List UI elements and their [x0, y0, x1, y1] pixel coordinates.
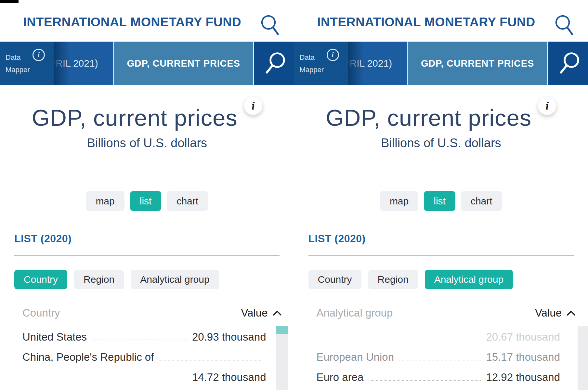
- nav-active-tab[interactable]: GDP, CURRENT PRICES: [114, 42, 253, 85]
- datamapper-panel-right: INTERNATIONAL MONETARY FUND Data Mapper …: [294, 0, 588, 390]
- nav-search-button[interactable]: [548, 42, 588, 85]
- list-scrollbar[interactable]: [276, 326, 288, 390]
- page-title-row: GDP, current prices i: [294, 97, 588, 129]
- row-label: Euro area: [317, 371, 364, 384]
- info-icon: i: [252, 100, 255, 112]
- filter-region-button[interactable]: Region: [368, 270, 418, 289]
- nav-app-home[interactable]: Data Mapper i: [0, 42, 54, 85]
- row-value: 20.93 thousand: [192, 331, 266, 343]
- search-icon: [262, 50, 286, 76]
- table-row[interactable]: 20.67 thousand: [317, 327, 560, 347]
- list-section-heading: LIST (2020): [308, 233, 366, 245]
- filter-analytical-group-button[interactable]: Analytical group: [425, 270, 513, 289]
- page-info-button[interactable]: i: [244, 97, 262, 115]
- imf-brand-title[interactable]: INTERNATIONAL MONETARY FUND: [23, 15, 241, 29]
- row-value: 12.92 thousand: [486, 371, 560, 384]
- side-by-side-panels: INTERNATIONAL MONETARY FUND Data Mapper …: [0, 0, 588, 390]
- value-column-header[interactable]: Value: [241, 307, 282, 319]
- list-section-heading: LIST (2020): [14, 233, 72, 245]
- label-column-header: Country: [22, 307, 60, 319]
- filter-country-button[interactable]: Country: [308, 270, 361, 289]
- label-column-header: Analytical group: [317, 307, 393, 319]
- table-row[interactable]: Euro area 12.92 thousand: [317, 367, 560, 387]
- table-header: Country Value: [22, 307, 282, 319]
- imf-brand-title[interactable]: INTERNATIONAL MONETARY FUND: [317, 15, 535, 29]
- page-info-button[interactable]: i: [538, 97, 556, 115]
- sort-ascending-icon: [273, 310, 282, 316]
- page-subtitle: Billions of U.S. dollars: [0, 136, 294, 150]
- view-toggle: map list chart: [294, 191, 588, 211]
- page-title: GDP, current prices: [32, 106, 238, 129]
- toggle-map-button[interactable]: map: [380, 191, 418, 211]
- sort-ascending-icon: [567, 310, 576, 316]
- corner-artifact-chip: [0, 0, 19, 3]
- filter-toggle: Country Region Analytical group: [308, 270, 513, 289]
- screenshot-stage: INTERNATIONAL MONETARY FUND Data Mapper …: [0, 0, 588, 390]
- list-table-body: 20.67 thousand European Union 15.17 thou…: [317, 327, 560, 387]
- scrollbar-thumb[interactable]: [276, 326, 288, 334]
- datamapper-panel-left: INTERNATIONAL MONETARY FUND Data Mapper …: [0, 0, 294, 390]
- toggle-list-button[interactable]: list: [130, 191, 162, 211]
- datamapper-nav-bar: Data Mapper i PRIL 2021) GDP, CURRENT PR…: [294, 42, 588, 85]
- nav-search-button[interactable]: [254, 42, 294, 85]
- header-search-button[interactable]: [260, 14, 281, 37]
- row-label: China, People's Republic of: [22, 351, 154, 363]
- search-icon: [260, 14, 281, 37]
- nav-app-title: Data Mapper: [6, 51, 30, 76]
- search-icon: [554, 14, 575, 37]
- row-leader-dots: [92, 340, 187, 340]
- row-label: European Union: [317, 351, 394, 363]
- table-row[interactable]: United States 20.93 thousand: [22, 327, 266, 347]
- row-value: 20.67 thousand: [486, 331, 560, 343]
- toggle-list-button[interactable]: list: [424, 191, 455, 211]
- view-toggle: map list chart: [0, 191, 294, 211]
- table-row[interactable]: China, People's Republic of 14.72 thousa…: [22, 347, 266, 387]
- info-icon[interactable]: i: [33, 49, 45, 61]
- nav-shadow-gradient: [54, 42, 69, 85]
- filter-country-button[interactable]: Country: [14, 270, 67, 289]
- page-title-row: GDP, current prices i: [0, 97, 294, 129]
- page-subtitle: Billions of U.S. dollars: [294, 136, 588, 150]
- list-scrollbar[interactable]: [578, 326, 588, 390]
- filter-region-button[interactable]: Region: [74, 270, 124, 289]
- nav-shadow-gradient: [348, 42, 363, 85]
- row-value: 15.17 thousand: [486, 351, 560, 363]
- row-value: 14.72 thousand: [192, 371, 266, 384]
- nav-app-title: Data Mapper: [300, 51, 324, 76]
- nav-active-tab[interactable]: GDP, CURRENT PRICES: [408, 42, 547, 85]
- toggle-chart-button[interactable]: chart: [167, 191, 208, 211]
- info-icon[interactable]: i: [327, 49, 339, 61]
- list-table-body: United States 20.93 thousand China, Peop…: [22, 327, 266, 387]
- filter-toggle: Country Region Analytical group: [14, 270, 219, 289]
- row-value-line: 14.72 thousand: [22, 367, 266, 387]
- value-column-header[interactable]: Value: [535, 307, 576, 319]
- row-leader-dots: [159, 360, 261, 360]
- header-search-button[interactable]: [554, 14, 575, 37]
- search-icon: [556, 50, 581, 76]
- info-icon: i: [546, 100, 549, 112]
- table-header: Analytical group Value: [317, 307, 576, 319]
- toggle-map-button[interactable]: map: [86, 191, 124, 211]
- toggle-chart-button[interactable]: chart: [461, 191, 502, 211]
- filter-analytical-group-button[interactable]: Analytical group: [131, 270, 219, 289]
- row-leader-dots: [399, 360, 481, 360]
- row-label-line: China, People's Republic of: [22, 347, 266, 367]
- row-label: United States: [22, 331, 87, 343]
- page-title: GDP, current prices: [326, 106, 531, 129]
- table-row[interactable]: European Union 15.17 thousand: [317, 347, 560, 367]
- section-divider: [14, 255, 280, 256]
- row-leader-dots: [369, 380, 481, 381]
- datamapper-nav-bar: Data Mapper i PRIL 2021) GDP, CURRENT PR…: [0, 42, 294, 85]
- section-divider: [308, 255, 574, 256]
- nav-app-home[interactable]: Data Mapper i: [294, 42, 348, 85]
